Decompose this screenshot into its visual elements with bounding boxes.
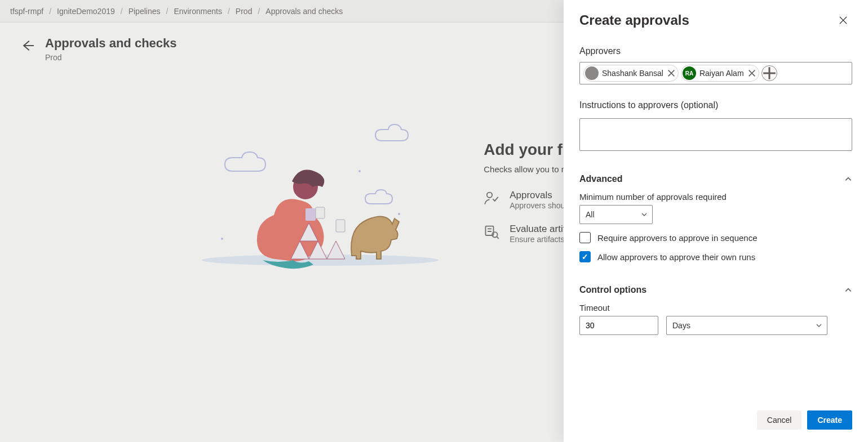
breadcrumb-item[interactable]: tfspf-rmpf [8, 7, 46, 16]
svg-point-12 [487, 193, 492, 198]
page-title: Approvals and checks [45, 36, 177, 51]
approver-name: Raiyan Alam [699, 69, 744, 78]
panel-title: Create approvals [579, 12, 689, 28]
breadcrumb-sep: / [46, 7, 55, 16]
svg-rect-2 [305, 208, 316, 221]
svg-point-9 [221, 238, 223, 240]
timeout-unit-value: Days [672, 321, 690, 330]
control-options-heading: Control options [579, 285, 646, 295]
require-sequence-label: Require approvers to approve in sequence [597, 233, 758, 243]
instructions-textarea[interactable] [579, 118, 852, 151]
chevron-up-icon [844, 175, 852, 183]
page-subtitle: Prod [45, 53, 177, 62]
remove-approver-icon[interactable] [747, 69, 756, 78]
remove-approver-icon[interactable] [667, 69, 676, 78]
approvers-picker[interactable]: Shashank Bansal RA Raiyan Alam [579, 62, 852, 84]
create-approvals-panel: Create approvals Approvers Shashank Bans… [564, 0, 868, 442]
svg-marker-7 [327, 241, 345, 259]
breadcrumb-item[interactable]: Pipelines [126, 7, 163, 16]
allow-own-label: Allow approvers to approve their own run… [597, 252, 755, 262]
breadcrumb-sep: / [117, 7, 126, 16]
svg-rect-8 [336, 220, 345, 232]
timeout-input[interactable] [579, 316, 658, 335]
instructions-label: Instructions to approvers (optional) [579, 100, 852, 110]
min-approvals-label: Minimum number of approvals required [579, 192, 852, 202]
close-icon [839, 16, 848, 25]
breadcrumb-sep: / [162, 7, 171, 16]
avatar: RA [683, 66, 696, 80]
add-approver-button[interactable] [761, 65, 777, 81]
artifact-policy-icon [484, 224, 499, 239]
avatar [585, 66, 599, 80]
breadcrumb-item[interactable]: IgniteDemo2019 [55, 7, 117, 16]
timeout-label: Timeout [579, 303, 852, 312]
advanced-section-toggle[interactable]: Advanced [579, 174, 852, 184]
svg-point-10 [398, 213, 400, 215]
chevron-down-icon [641, 211, 648, 218]
timeout-unit-select[interactable]: Days [666, 316, 827, 335]
approvers-label: Approvers [579, 46, 852, 56]
plus-icon [762, 66, 777, 81]
min-approvals-select[interactable]: All [579, 205, 653, 224]
require-sequence-checkbox[interactable] [579, 232, 591, 243]
approver-chip: Shashank Bansal [583, 65, 679, 82]
svg-rect-3 [316, 207, 325, 218]
approver-chip: RA Raiyan Alam [681, 65, 759, 82]
back-arrow-icon[interactable] [21, 39, 34, 52]
approver-name: Shashank Bansal [602, 69, 663, 78]
create-button[interactable]: Create [807, 410, 852, 430]
close-button[interactable] [834, 11, 852, 29]
control-options-section-toggle[interactable]: Control options [579, 285, 852, 295]
person-check-icon [484, 190, 499, 206]
zero-state-illustration [191, 118, 439, 276]
cancel-button[interactable]: Cancel [757, 410, 802, 430]
breadcrumb-sep: / [224, 7, 233, 16]
svg-point-11 [358, 170, 361, 172]
chevron-down-icon [816, 322, 822, 329]
min-approvals-value: All [586, 210, 595, 219]
breadcrumb-item[interactable]: Environments [171, 7, 224, 16]
breadcrumb-item[interactable]: Approvals and checks [263, 7, 345, 16]
chevron-up-icon [844, 286, 852, 294]
advanced-heading: Advanced [579, 174, 622, 184]
breadcrumb-sep: / [254, 7, 263, 16]
breadcrumb-item[interactable]: Prod [233, 7, 255, 16]
allow-own-checkbox[interactable] [579, 251, 591, 262]
